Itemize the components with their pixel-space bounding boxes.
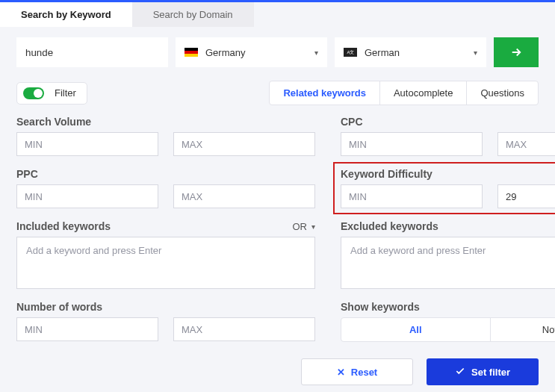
excluded-keywords-input[interactable]: Add a keyword and press Enter	[341, 237, 555, 289]
country-select[interactable]: Germany ▾	[176, 37, 327, 67]
segment-all[interactable]: All	[341, 318, 490, 341]
chevron-down-icon: ▾	[314, 49, 318, 57]
tab-search-domain[interactable]: Search by Domain	[132, 2, 254, 27]
ppc-min-input[interactable]	[16, 184, 158, 208]
chevron-down-icon: ▾	[311, 223, 315, 231]
language-select-label: German	[365, 47, 400, 58]
filter-label: Filter	[55, 87, 76, 99]
close-icon: ✕	[337, 367, 345, 378]
included-logic-select[interactable]: OR	[293, 221, 308, 232]
kd-min-input[interactable]	[341, 184, 483, 208]
search-volume-max-input[interactable]	[173, 132, 315, 156]
kd-max-input[interactable]	[497, 184, 555, 208]
reset-button-label: Reset	[351, 367, 377, 378]
subtab-autocomplete[interactable]: Autocomplete	[379, 81, 467, 105]
reset-button[interactable]: ✕ Reset	[301, 358, 413, 385]
ppc-max-input[interactable]	[173, 184, 315, 208]
country-select-label: Germany	[205, 47, 245, 58]
included-keywords-input[interactable]: Add a keyword and press Enter	[16, 237, 315, 289]
filter-toggle[interactable]	[23, 87, 44, 99]
flag-germany-icon	[185, 48, 198, 57]
language-icon: A文	[344, 48, 357, 57]
set-filter-button[interactable]: Set filter	[427, 358, 539, 385]
search-button[interactable]	[494, 37, 539, 67]
chevron-down-icon: ▾	[474, 49, 477, 57]
label-ppc: PPC	[16, 168, 315, 180]
label-included-keywords: Included keywords	[16, 220, 111, 232]
label-number-of-words: Number of words	[16, 301, 315, 313]
set-filter-button-label: Set filter	[471, 367, 510, 378]
label-excluded-keywords: Excluded keywords	[341, 220, 438, 232]
label-search-volume: Search Volume	[16, 116, 315, 128]
subtab-questions[interactable]: Questions	[466, 81, 538, 105]
subtab-related[interactable]: Related keywords	[270, 81, 379, 105]
num-words-max-input[interactable]	[173, 317, 315, 341]
label-cpc: CPC	[341, 116, 555, 128]
search-volume-min-input[interactable]	[16, 132, 158, 156]
language-select[interactable]: A文 German ▾	[335, 37, 486, 67]
search-input[interactable]	[16, 37, 168, 67]
check-icon	[455, 366, 465, 379]
arrow-right-icon	[509, 46, 523, 59]
label-keyword-difficulty: Keyword Difficulty	[341, 168, 555, 180]
label-show-keywords: Show keywords	[341, 301, 555, 313]
cpc-min-input[interactable]	[341, 132, 483, 156]
segment-not-in-lists[interactable]: Not in lists	[490, 318, 556, 341]
cpc-max-input[interactable]	[497, 132, 555, 156]
num-words-min-input[interactable]	[16, 317, 158, 341]
tab-search-keyword[interactable]: Search by Keyword	[0, 2, 132, 27]
